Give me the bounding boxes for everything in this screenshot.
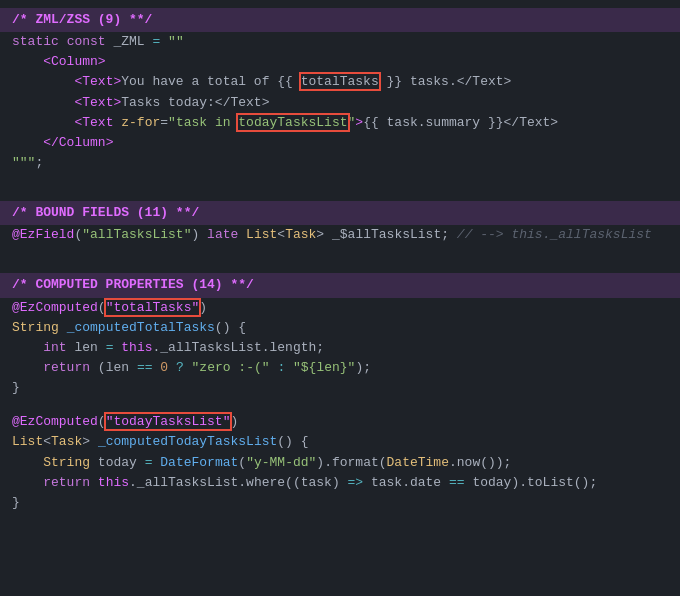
code-line: """; [0,153,680,173]
code-line: return (len == 0 ? "zero :-(" : "${len}"… [0,358,680,378]
code-editor: /* ZML/ZSS (9) **/ static const _ZML = "… [0,0,680,513]
empty-line [0,398,680,412]
code-line: <Text z-for="task in todayTasksList">{{ … [0,113,680,133]
code-line: </Column> [0,133,680,153]
code-line: <Text>Tasks today:</Text> [0,93,680,113]
section3-banner: /* COMPUTED PROPERTIES (14) **/ [0,273,680,297]
code-line: } [0,493,680,513]
empty-line [0,187,680,201]
section1-banner: /* ZML/ZSS (9) **/ [0,8,680,32]
code-line: } [0,378,680,398]
empty-line [0,259,680,273]
code-line: String today = DateFormat("y-MM-dd").for… [0,453,680,473]
code-line: @EzComputed("todayTasksList") [0,412,680,432]
code-line: String _computedTotalTasks() { [0,318,680,338]
empty-line [0,245,680,259]
code-line: @EzField("allTasksList") late List<Task>… [0,225,680,245]
section2-banner: /* BOUND FIELDS (11) **/ [0,201,680,225]
code-line: List<Task> _computedTodayTasksList() { [0,432,680,452]
code-line: static const _ZML = "" [0,32,680,52]
code-line: @EzComputed("totalTasks") [0,298,680,318]
empty-line [0,173,680,187]
code-line: <Column> [0,52,680,72]
code-line: return this._allTasksList.where((task) =… [0,473,680,493]
code-line: <Text>You have a total of {{ totalTasks … [0,72,680,92]
code-line: int len = this._allTasksList.length; [0,338,680,358]
